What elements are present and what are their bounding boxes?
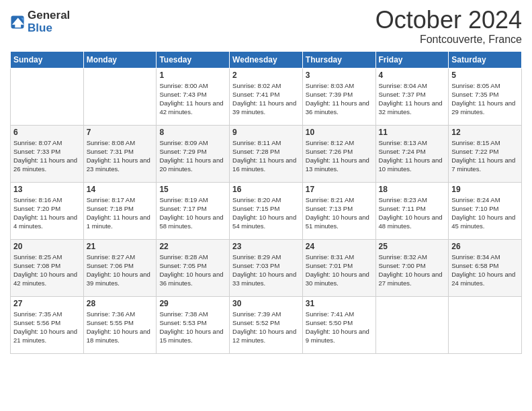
- day-number: 12: [451, 128, 519, 137]
- calendar-cell: 21Sunrise: 8:27 AM Sunset: 7:06 PM Dayli…: [83, 239, 157, 296]
- calendar-cell: 28Sunrise: 7:36 AM Sunset: 5:55 PM Dayli…: [83, 296, 157, 353]
- day-info: Sunrise: 8:21 AM Sunset: 7:13 PM Dayligh…: [306, 195, 373, 231]
- day-info: Sunrise: 7:41 AM Sunset: 5:50 PM Dayligh…: [306, 310, 373, 345]
- day-info: Sunrise: 8:25 AM Sunset: 7:08 PM Dayligh…: [13, 253, 81, 288]
- day-info: Sunrise: 8:15 AM Sunset: 7:22 PM Dayligh…: [451, 138, 519, 174]
- day-info: Sunrise: 8:03 AM Sunset: 7:39 PM Dayligh…: [306, 81, 373, 117]
- calendar-page: General Blue October 2024 Fontcouverte, …: [0, 0, 532, 411]
- location: Fontcouverte, France: [375, 34, 522, 46]
- calendar-cell: [449, 296, 522, 353]
- day-info: Sunrise: 7:35 AM Sunset: 5:56 PM Dayligh…: [13, 310, 81, 345]
- day-info: Sunrise: 8:20 AM Sunset: 7:15 PM Dayligh…: [232, 195, 300, 231]
- day-number: 14: [87, 185, 154, 194]
- calendar-week-row: 13Sunrise: 8:16 AM Sunset: 7:20 PM Dayli…: [11, 182, 522, 239]
- month-title: October 2024: [375, 7, 522, 34]
- day-info: Sunrise: 8:02 AM Sunset: 7:41 PM Dayligh…: [232, 81, 300, 117]
- logo-icon: [10, 15, 25, 30]
- day-info: Sunrise: 8:09 AM Sunset: 7:29 PM Dayligh…: [159, 138, 226, 174]
- day-number: 30: [232, 299, 300, 308]
- day-number: 31: [306, 299, 373, 308]
- header-wednesday: Wednesday: [230, 51, 303, 68]
- calendar-week-row: 6Sunrise: 8:07 AM Sunset: 7:33 PM Daylig…: [11, 125, 522, 182]
- calendar-cell: 8Sunrise: 8:09 AM Sunset: 7:29 PM Daylig…: [157, 125, 230, 182]
- calendar-cell: 13Sunrise: 8:16 AM Sunset: 7:20 PM Dayli…: [11, 182, 84, 239]
- calendar-cell: 14Sunrise: 8:17 AM Sunset: 7:18 PM Dayli…: [83, 182, 157, 239]
- logo-blue: Blue: [28, 22, 70, 35]
- day-info: Sunrise: 8:11 AM Sunset: 7:28 PM Dayligh…: [232, 138, 300, 174]
- title-block: October 2024 Fontcouverte, France: [375, 7, 522, 46]
- day-number: 18: [379, 185, 446, 194]
- header-friday: Friday: [375, 51, 449, 68]
- calendar-cell: 1Sunrise: 8:00 AM Sunset: 7:43 PM Daylig…: [157, 68, 230, 125]
- day-info: Sunrise: 8:00 AM Sunset: 7:43 PM Dayligh…: [159, 81, 226, 117]
- day-info: Sunrise: 8:27 AM Sunset: 7:06 PM Dayligh…: [87, 253, 154, 288]
- day-number: 6: [13, 128, 81, 137]
- day-number: 3: [306, 71, 373, 80]
- day-number: 13: [13, 185, 81, 194]
- day-info: Sunrise: 8:32 AM Sunset: 7:00 PM Dayligh…: [379, 253, 446, 288]
- day-number: 1: [159, 71, 226, 80]
- day-info: Sunrise: 8:31 AM Sunset: 7:01 PM Dayligh…: [306, 253, 373, 288]
- day-info: Sunrise: 7:39 AM Sunset: 5:52 PM Dayligh…: [232, 310, 300, 345]
- calendar-cell: 5Sunrise: 8:05 AM Sunset: 7:35 PM Daylig…: [449, 68, 522, 125]
- day-number: 17: [306, 185, 373, 194]
- calendar-cell: 24Sunrise: 8:31 AM Sunset: 7:01 PM Dayli…: [302, 239, 375, 296]
- day-info: Sunrise: 7:36 AM Sunset: 5:55 PM Dayligh…: [87, 310, 154, 345]
- calendar-cell: 7Sunrise: 8:08 AM Sunset: 7:31 PM Daylig…: [83, 125, 157, 182]
- day-info: Sunrise: 7:38 AM Sunset: 5:53 PM Dayligh…: [159, 310, 226, 345]
- day-info: Sunrise: 8:05 AM Sunset: 7:35 PM Dayligh…: [451, 81, 519, 117]
- day-info: Sunrise: 8:29 AM Sunset: 7:03 PM Dayligh…: [232, 253, 300, 288]
- calendar-cell: 20Sunrise: 8:25 AM Sunset: 7:08 PM Dayli…: [11, 239, 84, 296]
- page-header: General Blue October 2024 Fontcouverte, …: [10, 7, 522, 46]
- day-number: 5: [451, 71, 519, 80]
- header-thursday: Thursday: [302, 51, 375, 68]
- calendar-cell: 27Sunrise: 7:35 AM Sunset: 5:56 PM Dayli…: [11, 296, 84, 353]
- calendar-cell: 10Sunrise: 8:12 AM Sunset: 7:26 PM Dayli…: [302, 125, 375, 182]
- day-number: 25: [379, 242, 446, 251]
- calendar-cell: 18Sunrise: 8:23 AM Sunset: 7:11 PM Dayli…: [375, 182, 449, 239]
- day-number: 22: [159, 242, 226, 251]
- day-number: 28: [87, 299, 154, 308]
- header-sunday: Sunday: [11, 51, 84, 68]
- day-number: 16: [232, 185, 300, 194]
- day-info: Sunrise: 8:17 AM Sunset: 7:18 PM Dayligh…: [87, 195, 154, 231]
- day-info: Sunrise: 8:12 AM Sunset: 7:26 PM Dayligh…: [306, 138, 373, 174]
- day-info: Sunrise: 8:07 AM Sunset: 7:33 PM Dayligh…: [13, 138, 81, 174]
- day-number: 24: [306, 242, 373, 251]
- header-saturday: Saturday: [449, 51, 522, 68]
- calendar-cell: [83, 68, 157, 125]
- calendar-cell: 15Sunrise: 8:19 AM Sunset: 7:17 PM Dayli…: [157, 182, 230, 239]
- day-number: 2: [232, 71, 300, 80]
- calendar-cell: 9Sunrise: 8:11 AM Sunset: 7:28 PM Daylig…: [230, 125, 303, 182]
- day-number: 21: [87, 242, 154, 251]
- calendar-cell: [375, 296, 449, 353]
- calendar-week-row: 20Sunrise: 8:25 AM Sunset: 7:08 PM Dayli…: [11, 239, 522, 296]
- day-number: 23: [232, 242, 300, 251]
- calendar-cell: 31Sunrise: 7:41 AM Sunset: 5:50 PM Dayli…: [302, 296, 375, 353]
- day-number: 26: [451, 242, 519, 251]
- header-tuesday: Tuesday: [157, 51, 230, 68]
- day-info: Sunrise: 8:34 AM Sunset: 6:58 PM Dayligh…: [451, 253, 519, 288]
- day-number: 15: [159, 185, 226, 194]
- day-number: 11: [379, 128, 446, 137]
- day-info: Sunrise: 8:23 AM Sunset: 7:11 PM Dayligh…: [379, 195, 446, 231]
- day-info: Sunrise: 8:04 AM Sunset: 7:37 PM Dayligh…: [379, 81, 446, 117]
- calendar-cell: 26Sunrise: 8:34 AM Sunset: 6:58 PM Dayli…: [449, 239, 522, 296]
- day-number: 19: [451, 185, 519, 194]
- calendar-cell: 4Sunrise: 8:04 AM Sunset: 7:37 PM Daylig…: [375, 68, 449, 125]
- day-number: 4: [379, 71, 446, 80]
- day-number: 10: [306, 128, 373, 137]
- calendar-table: Sunday Monday Tuesday Wednesday Thursday…: [10, 51, 522, 354]
- calendar-cell: 16Sunrise: 8:20 AM Sunset: 7:15 PM Dayli…: [230, 182, 303, 239]
- day-info: Sunrise: 8:24 AM Sunset: 7:10 PM Dayligh…: [451, 195, 519, 231]
- day-info: Sunrise: 8:13 AM Sunset: 7:24 PM Dayligh…: [379, 138, 446, 174]
- logo-general: General: [28, 9, 70, 22]
- weekday-header-row: Sunday Monday Tuesday Wednesday Thursday…: [11, 51, 522, 68]
- calendar-cell: 22Sunrise: 8:28 AM Sunset: 7:05 PM Dayli…: [157, 239, 230, 296]
- day-number: 20: [13, 242, 81, 251]
- calendar-cell: 17Sunrise: 8:21 AM Sunset: 7:13 PM Dayli…: [302, 182, 375, 239]
- day-number: 27: [13, 299, 81, 308]
- calendar-cell: 29Sunrise: 7:38 AM Sunset: 5:53 PM Dayli…: [157, 296, 230, 353]
- day-info: Sunrise: 8:16 AM Sunset: 7:20 PM Dayligh…: [13, 195, 81, 231]
- calendar-cell: 19Sunrise: 8:24 AM Sunset: 7:10 PM Dayli…: [449, 182, 522, 239]
